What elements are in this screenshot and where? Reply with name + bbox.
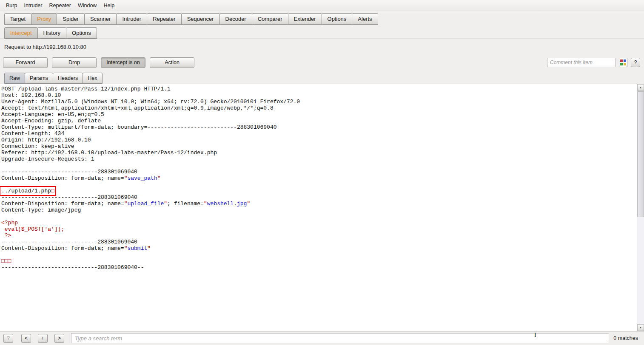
request-line: ?> <box>1 232 637 239</box>
tab-extender[interactable]: Extender <box>288 13 322 25</box>
request-text-segment: Accept: text/html,application/xhtml+xml,… <box>1 105 274 111</box>
proxy-sub-tab-bar: InterceptHistoryOptions <box>0 25 644 39</box>
menubar: BurpIntruderRepeaterWindowHelp <box>0 0 644 11</box>
main-tab-bar: TargetProxySpiderScannerIntruderRepeater… <box>0 11 644 25</box>
search-prev-button[interactable]: < <box>21 334 31 343</box>
tab-scanner[interactable]: Scanner <box>84 13 117 25</box>
drop-button[interactable]: Drop <box>52 57 97 68</box>
request-text-segment: Host: 192.168.0.10 <box>1 92 61 99</box>
vtab-raw[interactable]: Raw <box>4 73 25 84</box>
request-text-segment: " <box>147 245 151 252</box>
tab-proxy[interactable]: Proxy <box>31 13 57 25</box>
request-text-segment: □□□ <box>1 258 11 264</box>
color-swatch <box>624 63 626 65</box>
request-text-segment: Accept-Language: en-US,en;q=0.5 <box>1 111 104 118</box>
menu-window[interactable]: Window <box>74 1 100 10</box>
request-text-segment: " <box>164 201 167 207</box>
subtab-options[interactable]: Options <box>66 27 97 39</box>
request-text-segment: ../upload/1.php <box>1 188 51 194</box>
request-text-segment: upload_file <box>127 201 164 207</box>
request-text-segment: webshell.jpg <box>207 201 247 207</box>
request-line <box>1 181 637 188</box>
scroll-up-icon[interactable]: ▲ <box>637 84 644 91</box>
tab-target[interactable]: Target <box>4 13 31 25</box>
request-line: ../upload/1.php□ <box>1 188 637 194</box>
request-line: Content-Length: 434 <box>1 130 637 137</box>
request-text-segment: Content-Length: 434 <box>1 130 64 137</box>
request-text-segment: Connection: keep-alive <box>1 143 74 150</box>
request-text-segment: Content-Type: multipart/form-data; bound… <box>1 124 277 130</box>
color-swatch <box>624 59 626 62</box>
request-line: Connection: keep-alive <box>1 143 637 150</box>
search-add-button[interactable]: + <box>38 334 48 343</box>
menu-repeater[interactable]: Repeater <box>46 1 74 10</box>
request-text-segment: Referer: http://192.168.0.10/upload-labs… <box>1 150 217 156</box>
search-help-button[interactable]: ? <box>3 334 13 343</box>
vtab-params[interactable]: Params <box>25 73 53 84</box>
request-text-segment: Accept-Encoding: gzip, deflate <box>1 118 101 124</box>
vertical-scrollbar[interactable]: ▲ ▼ <box>637 84 644 331</box>
menu-intruder[interactable]: Intruder <box>20 1 46 10</box>
color-swatch <box>620 59 623 62</box>
tab-repeater[interactable]: Repeater <box>147 13 181 25</box>
tab-options[interactable]: Options <box>322 13 353 25</box>
menu-help[interactable]: Help <box>100 1 118 10</box>
request-text-segment: Upgrade-Insecure-Requests: 1 <box>1 156 94 162</box>
search-next-button[interactable]: > <box>54 334 64 343</box>
tab-sequencer[interactable]: Sequencer <box>181 13 220 25</box>
forward-button[interactable]: Forward <box>3 57 48 68</box>
search-bar: ? < + > 0 matches <box>0 331 644 345</box>
match-count-label: 0 matches <box>613 335 638 341</box>
action-button[interactable]: Action <box>150 57 194 68</box>
tab-comparer[interactable]: Comparer <box>252 13 288 25</box>
request-line: -----------------------------28830106904… <box>1 264 637 271</box>
request-line <box>1 213 637 220</box>
tab-alerts[interactable]: Alerts <box>352 13 378 25</box>
request-line: Host: 192.168.0.10 <box>1 92 637 99</box>
request-line: Origin: http://192.168.0.10 <box>1 137 637 143</box>
request-line: POST /upload-labs-master/Pass-12/index.p… <box>1 86 637 92</box>
request-line: Content-Disposition: form-data; name="sa… <box>1 175 637 181</box>
subtab-history[interactable]: History <box>37 27 66 39</box>
raw-request-text[interactable]: POST /upload-labs-master/Pass-12/index.p… <box>0 84 637 331</box>
request-line: -----------------------------28830106904… <box>1 169 637 175</box>
null-byte-glyph: □ <box>51 188 54 194</box>
request-text-segment: Origin: http://192.168.0.10 <box>1 137 91 143</box>
request-line: Accept-Language: en-US,en;q=0.5 <box>1 111 637 118</box>
scroll-down-icon[interactable]: ▼ <box>637 324 644 331</box>
request-text-segment: Content-Type: image/jpeg <box>1 207 81 213</box>
request-text-segment: " <box>247 201 250 207</box>
highlight-color-icon[interactable] <box>619 58 627 67</box>
burp-window: BurpIntruderRepeaterWindowHelp TargetPro… <box>0 0 644 345</box>
color-swatch <box>620 63 623 65</box>
search-input[interactable] <box>71 333 609 343</box>
tab-intruder[interactable]: Intruder <box>116 13 147 25</box>
request-text-segment: " <box>204 201 207 207</box>
help-button[interactable]: ? <box>631 58 640 67</box>
request-banner: Request to http://192.168.0.10:80 <box>0 39 644 54</box>
request-line: -----------------------------28830106904… <box>1 194 637 201</box>
tab-spider[interactable]: Spider <box>57 13 85 25</box>
request-line: Referer: http://192.168.0.10/upload-labs… <box>1 150 637 156</box>
request-editor[interactable]: POST /upload-labs-master/Pass-12/index.p… <box>0 84 644 331</box>
menu-burp[interactable]: Burp <box>3 1 20 10</box>
request-line: Accept: text/html,application/xhtml+xml,… <box>1 105 637 111</box>
request-text-segment: ?> <box>1 232 11 239</box>
request-line: Content-Type: multipart/form-data; bound… <box>1 124 637 130</box>
scrollbar-thumb[interactable] <box>637 91 644 217</box>
request-line: -----------------------------28830106904… <box>1 239 637 245</box>
request-line: Content-Disposition: form-data; name="up… <box>1 201 637 207</box>
request-line: Upgrade-Insecure-Requests: 1 <box>1 156 637 162</box>
subtab-intercept[interactable]: Intercept <box>4 27 38 39</box>
request-text-segment: -----------------------------28830106904… <box>1 264 144 271</box>
request-line: Content-Type: image/jpeg <box>1 207 637 213</box>
request-text-segment: <?php <box>1 220 18 226</box>
vtab-headers[interactable]: Headers <box>53 73 83 84</box>
request-text-segment: -----------------------------28830106904… <box>1 194 137 201</box>
intercept-toggle-button[interactable]: Intercept is on <box>101 57 145 68</box>
comment-input[interactable] <box>547 58 616 67</box>
tab-decoder[interactable]: Decoder <box>219 13 252 25</box>
vtab-hex[interactable]: Hex <box>83 73 102 84</box>
request-text-segment: Content-Disposition: form-data; name= <box>1 201 124 207</box>
request-text-segment: -----------------------------28830106904… <box>1 239 137 245</box>
